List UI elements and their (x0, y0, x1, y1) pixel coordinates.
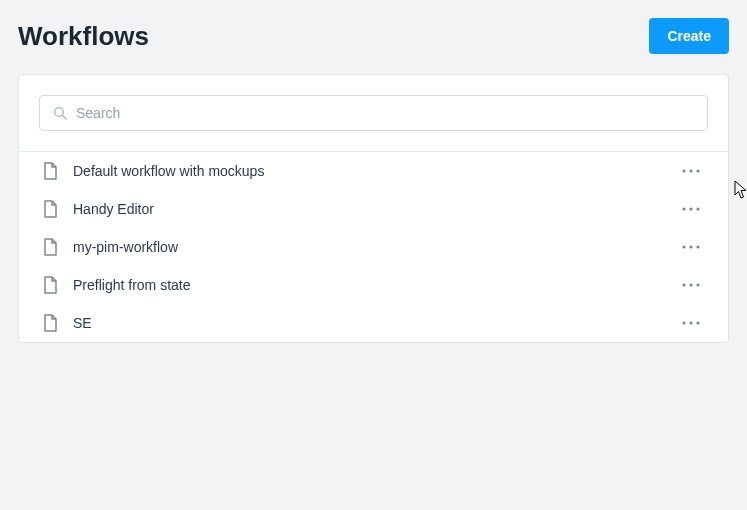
search-input[interactable] (76, 105, 695, 121)
more-actions-button[interactable] (678, 279, 704, 291)
more-actions-button[interactable] (678, 203, 704, 215)
list-item[interactable]: Handy Editor (19, 190, 728, 228)
page-title: Workflows (18, 21, 149, 52)
svg-point-8 (682, 245, 685, 248)
more-horizontal-icon (682, 283, 700, 287)
workflow-name: my-pim-workflow (73, 239, 664, 255)
page-header: Workflows Create (18, 18, 729, 54)
svg-point-5 (682, 207, 685, 210)
list-item[interactable]: my-pim-workflow (19, 228, 728, 266)
more-actions-button[interactable] (678, 317, 704, 329)
workflows-panel: Default workflow with mockups Handy Edit… (18, 74, 729, 343)
search-box[interactable] (39, 95, 708, 131)
file-icon (43, 238, 59, 256)
workflows-list: Default workflow with mockups Handy Edit… (19, 152, 728, 342)
svg-point-14 (682, 321, 685, 324)
more-horizontal-icon (682, 245, 700, 249)
create-button[interactable]: Create (649, 18, 729, 54)
svg-point-13 (696, 283, 699, 286)
file-icon (43, 276, 59, 294)
search-container (19, 75, 728, 152)
svg-point-3 (689, 169, 692, 172)
svg-point-4 (696, 169, 699, 172)
more-horizontal-icon (682, 207, 700, 211)
more-horizontal-icon (682, 321, 700, 325)
more-actions-button[interactable] (678, 241, 704, 253)
list-item[interactable]: Preflight from state (19, 266, 728, 304)
more-horizontal-icon (682, 169, 700, 173)
svg-point-7 (696, 207, 699, 210)
svg-point-16 (696, 321, 699, 324)
file-icon (43, 200, 59, 218)
svg-point-2 (682, 169, 685, 172)
workflow-name: SE (73, 315, 664, 331)
more-actions-button[interactable] (678, 165, 704, 177)
svg-point-12 (689, 283, 692, 286)
workflow-name: Default workflow with mockups (73, 163, 664, 179)
cursor-icon (734, 180, 747, 200)
workflow-name: Handy Editor (73, 201, 664, 217)
file-icon (43, 162, 59, 180)
svg-point-6 (689, 207, 692, 210)
workflow-name: Preflight from state (73, 277, 664, 293)
search-icon (52, 105, 68, 121)
svg-line-1 (62, 115, 66, 119)
svg-point-10 (696, 245, 699, 248)
list-item[interactable]: SE (19, 304, 728, 342)
file-icon (43, 314, 59, 332)
svg-point-11 (682, 283, 685, 286)
svg-point-15 (689, 321, 692, 324)
list-item[interactable]: Default workflow with mockups (19, 152, 728, 190)
svg-point-9 (689, 245, 692, 248)
